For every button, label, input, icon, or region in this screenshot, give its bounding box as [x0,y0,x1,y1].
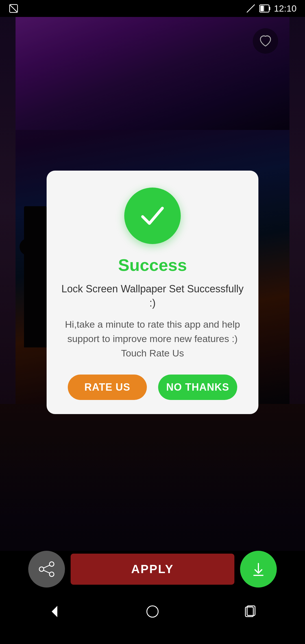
status-bar: 12:10 [0,0,305,17]
status-right: 12:10 [246,3,297,14]
share-icon [38,561,55,578]
svg-point-14 [147,606,158,617]
back-button[interactable] [43,600,66,623]
home-button[interactable] [141,600,164,623]
recent-button[interactable] [239,600,262,623]
dialog-title: Success [118,255,187,275]
bottom-actions: APPLY [0,551,305,588]
download-icon [250,561,267,578]
home-icon [144,603,161,620]
apply-button[interactable]: APPLY [71,554,234,585]
no-signal-icon [246,3,256,14]
success-icon-wrapper [124,188,181,244]
svg-marker-13 [52,606,57,617]
recent-icon [242,603,259,620]
time-display: 12:10 [274,3,297,14]
no-thanks-button[interactable]: NO THANKS [158,375,237,400]
svg-point-9 [49,572,54,576]
svg-line-11 [43,570,50,573]
dialog-rate-message: Hi,take a minute to rate this app and he… [61,317,244,360]
battery-icon [259,3,271,14]
status-left [8,3,19,14]
navigation-bar [0,588,305,644]
checkmark-icon [137,200,168,231]
dialog-buttons: RATE US NO THANKS [61,375,244,400]
svg-point-8 [39,567,44,571]
success-dialog: Success Lock Screen Wallpaper Set Succes… [47,171,258,414]
sim-off-icon [8,3,19,14]
svg-line-1 [10,5,18,12]
svg-rect-5 [260,6,264,11]
dialog-message: Lock Screen Wallpaper Set Successfully :… [61,282,244,310]
rate-us-button[interactable]: RATE US [68,375,147,400]
svg-line-10 [43,565,50,568]
svg-point-7 [49,562,54,566]
dialog-overlay: Success Lock Screen Wallpaper Set Succes… [0,17,305,624]
back-icon [46,603,63,620]
download-button[interactable] [240,551,277,588]
share-button[interactable] [28,551,65,588]
svg-rect-4 [269,7,270,10]
svg-line-2 [247,5,255,12]
